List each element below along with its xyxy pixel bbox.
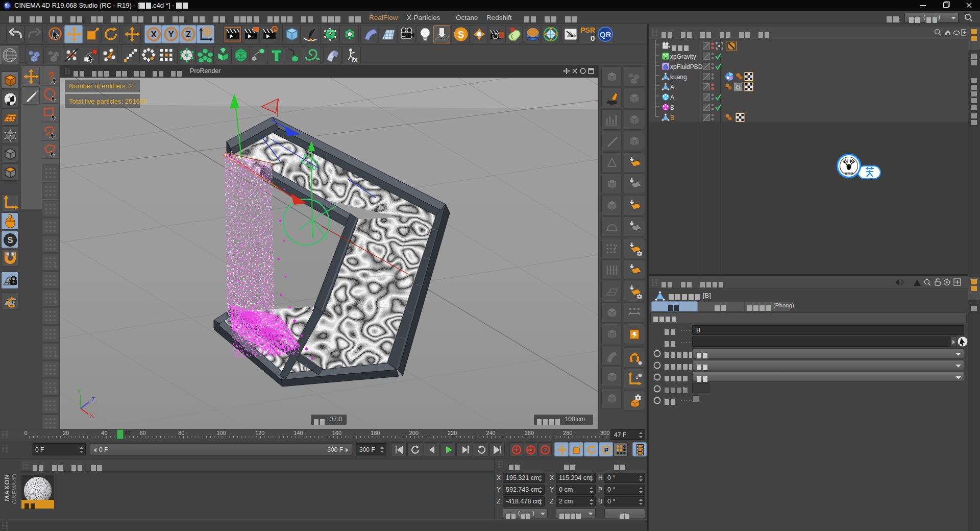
svg-text:0: 0 — [591, 34, 595, 42]
svg-text:Z: Z — [186, 30, 191, 39]
svg-text:QR: QR — [600, 30, 611, 39]
svg-text:?: ? — [543, 447, 547, 454]
svg-text:X: X — [151, 30, 157, 39]
svg-text:fx: fx — [352, 56, 358, 63]
svg-text:Z: Z — [91, 396, 95, 402]
svg-text:Total live particles: 251666: Total live particles: 251666 — [69, 98, 147, 105]
svg-text:S: S — [458, 29, 464, 40]
svg-text:S: S — [7, 235, 13, 245]
svg-text:=1: =1 — [633, 375, 638, 380]
svg-text:PSR: PSR — [580, 26, 595, 34]
svg-text:Number of emitters: 2: Number of emitters: 2 — [69, 82, 133, 90]
svg-text:X: X — [90, 413, 94, 419]
svg-text:P: P — [604, 447, 608, 454]
svg-text:Y: Y — [168, 30, 174, 39]
svg-text:Y: Y — [77, 388, 81, 394]
